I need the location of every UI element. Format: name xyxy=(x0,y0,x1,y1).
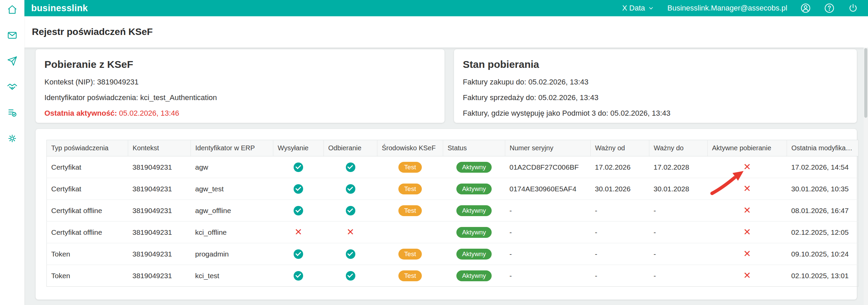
cell-typ: Token xyxy=(47,243,128,265)
sidebar-item-inbox[interactable] xyxy=(7,30,18,41)
cell-wazny_do: 17.02.2028 xyxy=(649,156,708,178)
cell-numer: 01A2CD8F27C006BF xyxy=(505,156,591,178)
user-email[interactable]: Businesslink.Manager@assecobs.pl xyxy=(667,4,787,13)
cell-kontekst: 3819049231 xyxy=(128,200,191,222)
cell-typ: Certyfikat xyxy=(47,178,128,200)
table-row[interactable]: Token3819049231progadminTestAktywny---✕0… xyxy=(47,243,859,265)
sidebar-item-home[interactable] xyxy=(7,4,18,15)
column-header: Status xyxy=(443,140,505,156)
cell-srodowisko: Test xyxy=(377,200,443,222)
cell-wysylanie: ✕ xyxy=(273,222,324,243)
column-header: Typ poświadczenia xyxy=(47,140,128,156)
aktywnosc-label: Ostatnia aktywność: xyxy=(44,109,117,117)
cell-id_erp: kci_test xyxy=(191,265,273,287)
top-bar: businesslink X Data Businesslink.Manager… xyxy=(24,0,868,16)
account-button[interactable] xyxy=(800,3,811,14)
check-icon xyxy=(294,163,303,172)
environment-badge: Test xyxy=(398,249,422,260)
status-badge: Aktywny xyxy=(456,162,492,173)
brand-logo: businesslink xyxy=(31,3,88,14)
cell-odbieranie xyxy=(324,200,377,222)
cell-status: Aktywny xyxy=(443,178,505,200)
stan-line: Faktury sprzedaży do: 05.02.2026, 13:43 xyxy=(463,93,848,102)
table-row[interactable]: Certyfikat offline3819049231agw_offlineT… xyxy=(47,200,859,222)
card-title: Stan pobierania xyxy=(463,59,848,70)
cell-wazny_od: - xyxy=(591,243,649,265)
sidebar-item-tasks[interactable] xyxy=(7,107,18,118)
credentials-table: Typ poświadczeniaKontekstIdentyfikator w… xyxy=(46,140,859,287)
cross-icon: ✕ xyxy=(347,227,354,237)
sidebar-item-settings[interactable] xyxy=(7,133,18,144)
cell-kontekst: 3819049231 xyxy=(128,265,191,287)
cross-icon: ✕ xyxy=(743,249,751,259)
identyfikator-label: Identyfikator poświadczenia: xyxy=(44,93,138,102)
cell-odbieranie xyxy=(324,243,377,265)
cell-modyfikacja: 30.01.2026, 10:35 xyxy=(787,178,859,200)
cell-wysylanie xyxy=(273,156,324,178)
cell-wazny_od: - xyxy=(591,200,649,222)
status-badge: Aktywny xyxy=(456,184,492,194)
vertical-scrollbar[interactable] xyxy=(864,47,868,305)
cell-srodowisko xyxy=(377,222,443,243)
column-header: Ważny od xyxy=(591,140,649,156)
table-header-row: Typ poświadczeniaKontekstIdentyfikator w… xyxy=(47,140,859,156)
environment-badge: Test xyxy=(398,270,422,281)
cell-kontekst: 3819049231 xyxy=(128,156,191,178)
cell-odbieranie xyxy=(324,156,377,178)
send-icon xyxy=(7,56,17,66)
status-badge: Aktywny xyxy=(456,205,492,216)
cell-status: Aktywny xyxy=(443,243,505,265)
cross-icon: ✕ xyxy=(743,270,751,281)
kontekst-label: Kontekst (NIP): xyxy=(44,78,95,86)
sidebar xyxy=(0,0,24,305)
cross-icon: ✕ xyxy=(295,227,302,237)
help-button[interactable] xyxy=(824,3,835,14)
column-header: Identyfikator w ERP xyxy=(191,140,273,156)
help-icon xyxy=(824,3,834,13)
cell-wazny_do: 30.01.2028 xyxy=(649,178,708,200)
status-badge: Aktywny xyxy=(456,227,492,238)
identyfikator-value: kci_test_Authentication xyxy=(140,93,217,102)
check-icon xyxy=(294,184,303,194)
cell-typ: Certyfikat xyxy=(47,156,128,178)
check-icon xyxy=(346,163,355,172)
tenant-dropdown[interactable]: X Data xyxy=(622,4,654,13)
column-header: Aktywne pobieranie xyxy=(708,140,787,156)
check-icon xyxy=(294,249,303,259)
cell-srodowisko: Test xyxy=(377,178,443,200)
cell-id_erp: progadmin xyxy=(191,243,273,265)
table-row[interactable]: Token3819049231kci_testTestAktywny---✕02… xyxy=(47,265,859,287)
kontekst-value: 3819049231 xyxy=(97,78,138,86)
sidebar-item-partners[interactable] xyxy=(7,81,18,92)
cell-aktywne: ✕ xyxy=(708,200,787,222)
cell-wazny_od: 30.01.2026 xyxy=(591,178,649,200)
home-icon xyxy=(7,4,17,15)
cross-icon: ✕ xyxy=(743,227,751,237)
handshake-icon xyxy=(7,82,17,92)
table-row[interactable]: Certyfikat offline3819049231kci_offline✕… xyxy=(47,222,859,243)
cell-wazny_od: 17.02.2026 xyxy=(591,156,649,178)
cell-kontekst: 3819049231 xyxy=(128,178,191,200)
cell-typ: Token xyxy=(47,265,128,287)
check-icon xyxy=(294,271,303,281)
column-header: Środowisko KSeF xyxy=(377,140,443,156)
scrollbar-thumb[interactable] xyxy=(864,48,867,118)
cell-wazny_do: - xyxy=(649,200,708,222)
annotation-arrow xyxy=(708,167,746,196)
cell-odbieranie xyxy=(324,265,377,287)
column-header: Wysyłanie xyxy=(273,140,324,156)
cell-status: Aktywny xyxy=(443,265,505,287)
page-title: Rejestr poświadczeń KSeF xyxy=(32,26,153,37)
logout-button[interactable] xyxy=(848,3,859,14)
identyfikator-line: Identyfikator poświadczenia: kci_test_Au… xyxy=(44,93,436,102)
cell-modyfikacja: 09.10.2025, 10:24 xyxy=(787,243,859,265)
sidebar-item-send[interactable] xyxy=(7,56,18,66)
status-badge: Aktywny xyxy=(456,270,492,281)
environment-badge: Test xyxy=(398,162,422,173)
tasks-icon xyxy=(7,108,17,118)
cell-id_erp: agw_test xyxy=(191,178,273,200)
cell-id_erp: agw_offline xyxy=(191,200,273,222)
column-header: Ostatnia modyfikacja xyxy=(787,140,859,156)
column-header: Ważny do xyxy=(649,140,708,156)
check-icon xyxy=(346,249,355,259)
